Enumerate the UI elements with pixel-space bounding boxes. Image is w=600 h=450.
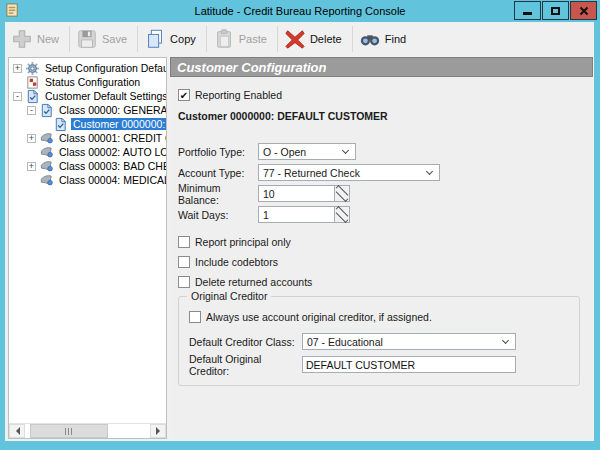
tree-item-class-00000-general[interactable]: - Class 00000: GENERAL [9,103,166,117]
chevron-down-icon [342,147,349,154]
checkbox-box[interactable]: ✔ [189,311,201,323]
toolbar-separator [137,26,138,52]
default-original-creditor-input[interactable] [302,356,516,373]
form-rows: Portfolio Type: O - Open Account Type: 7… [178,143,593,223]
scrollbar-thumb[interactable] [30,424,108,438]
save-button-label: Save [102,33,127,45]
find-button[interactable]: Find [355,25,414,53]
scrollbar-track[interactable] [25,424,150,438]
delete-button-label: Delete [310,33,342,45]
always-use-original-creditor-checkbox[interactable]: ✔ Always use account original creditor, … [189,311,569,323]
default-creditor-class-label: Default Creditor Class: [189,336,302,348]
portfolio-type-value: O - Open [263,146,306,158]
report-principal-only-checkbox[interactable]: ✔ Report principal only [178,236,593,248]
chevron-down-icon [502,337,509,344]
new-button-label: New [37,33,59,45]
tree-item-label: Class 00004: MEDICAL [57,174,166,186]
tree-item-label: Class 00000: GENERAL [57,104,166,116]
toolbar-separator [352,26,353,52]
delete-returned-accounts-checkbox[interactable]: ✔ Delete returned accounts [178,276,593,288]
tree-item-class-00001-credit-cards[interactable]: + Class 00001: CREDIT CAR [9,131,166,145]
tree-item-status-configuration[interactable]: Status Configuration [9,75,166,89]
reporting-enabled-label: Reporting Enabled [195,89,282,101]
tree-item-label: Status Configuration [43,76,142,88]
always-use-original-creditor-label: Always use account original creditor, if… [206,311,432,323]
paste-button[interactable]: Paste [209,25,275,53]
account-type-value: 77 - Returned Check [263,167,360,179]
delete-returned-accounts-label: Delete returned accounts [195,276,312,288]
toolbar-separator [206,26,207,52]
tree-horizontal-scrollbar[interactable] [9,423,166,438]
option-checkboxes: ✔ Report principal only ✔ Include codebt… [178,236,593,288]
new-button[interactable]: New [7,25,67,53]
toolbar-separator [277,26,278,52]
checkbox-box[interactable]: ✔ [178,236,190,248]
copy-button-label: Copy [170,33,196,45]
expand-icon[interactable]: + [27,162,36,171]
floppy-icon [76,28,98,50]
class-icon [39,145,54,160]
gear-icon [25,61,40,76]
tree-item-customer-default-settings[interactable]: - Customer Default Settings [9,89,166,103]
portfolio-type-select[interactable]: O - Open [258,143,356,160]
original-creditor-groupbox: Original Creditor ✔ Always use account o… [178,296,580,386]
window-body: New Save Copy [5,22,594,441]
reporting-enabled-checkbox[interactable]: ✔ Reporting Enabled [178,89,593,101]
default-original-creditor-label: Default Original Creditor: [189,353,302,377]
tree-item-label: Class 00003: BAD CHECKS [57,160,166,172]
customer-configuration-form: ✔ Reporting Enabled Customer 0000000: DE… [170,77,593,386]
include-codebtors-label: Include codebtors [195,256,278,268]
checkbox-box[interactable]: ✔ [178,256,190,268]
default-original-creditor-row: Default Original Creditor: [189,356,569,373]
wait-days-value: 1 [263,209,269,221]
arrow-right-icon [156,427,164,435]
delete-button[interactable]: Delete [280,25,350,53]
tree-item-label: Class 00002: AUTO LOANS [57,146,166,158]
checkbox-box[interactable]: ✔ [178,276,190,288]
tree-item-class-00004-medical[interactable]: Class 00004: MEDICAL [9,173,166,187]
paste-button-label: Paste [239,33,267,45]
close-button[interactable] [570,1,597,20]
tree-item-setup-configuration-default[interactable]: + Setup Configuration Default [9,61,166,75]
red-x-icon [284,28,306,50]
customer-heading: Customer 0000000: DEFAULT CUSTOMER [178,110,593,122]
account-type-select[interactable]: 77 - Returned Check [258,164,440,181]
maximize-button[interactable] [542,1,569,20]
minimum-balance-label: Minimum Balance: [178,182,258,206]
save-button[interactable]: Save [72,25,135,53]
app-icon [5,3,20,18]
toolbar-separator [69,26,70,52]
checkbox-box[interactable]: ✔ [178,89,190,101]
wait-days-stepper[interactable]: 1 [258,206,350,223]
minimize-button[interactable] [514,1,541,20]
minimum-balance-stepper[interactable]: 10 [258,185,350,202]
stepper-buttons [334,186,349,201]
default-creditor-class-select[interactable]: 07 - Educational [302,333,516,350]
report-principal-only-label: Report principal only [195,236,291,248]
tree-item-label: Class 00001: CREDIT CAR [57,132,166,144]
doc-icon [25,89,40,104]
configuration-tree: + Setup Configuration Default [9,61,166,422]
tree-item-class-00003-bad-checks[interactable]: + Class 00003: BAD CHECKS [9,159,166,173]
include-codebtors-checkbox[interactable]: ✔ Include codebtors [178,256,593,268]
scroll-left-button[interactable] [9,424,25,438]
scroll-right-button[interactable] [150,424,166,438]
tree-item-label: Customer Default Settings [43,90,166,102]
expand-icon[interactable]: + [13,64,22,73]
close-icon [579,6,589,16]
find-button-label: Find [385,33,406,45]
account-type-row: Account Type: 77 - Returned Check [178,164,593,181]
collapse-icon[interactable]: - [13,92,22,101]
expand-icon[interactable]: + [27,134,36,143]
tree-item-class-00002-auto-loans[interactable]: Class 00002: AUTO LOANS [9,145,166,159]
copy-button[interactable]: Copy [140,25,204,53]
app-window: Latitude - Credit Bureau Reporting Conso… [0,0,600,450]
minimum-balance-row: Minimum Balance: 10 [178,185,593,202]
panel-header: Customer Configuration [170,57,593,77]
tree-item-customer-0000000-default[interactable]: Customer 0000000: DE [9,117,166,131]
wait-days-label: Wait Days: [178,209,258,221]
tree-item-label: Customer 0000000: DE [71,118,166,130]
collapse-icon[interactable]: - [27,106,36,115]
customer-configuration-panel: Customer Configuration ✔ Reporting Enabl… [170,57,593,439]
wait-days-row: Wait Days: 1 [178,206,593,223]
